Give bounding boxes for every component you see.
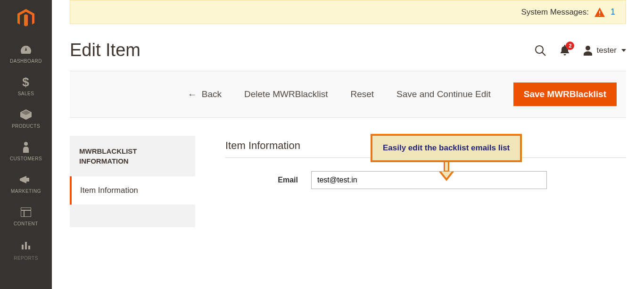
delete-button[interactable]: Delete MWRBlacklist bbox=[244, 89, 328, 99]
svg-text:$: $ bbox=[22, 76, 29, 88]
svg-rect-22 bbox=[445, 162, 448, 171]
nav-marketing[interactable]: MARKETING bbox=[0, 167, 52, 199]
nav-products[interactable]: PRODUCTS bbox=[0, 102, 52, 134]
back-label: Back bbox=[202, 89, 222, 99]
bars-icon bbox=[19, 239, 33, 251]
svg-point-5 bbox=[24, 142, 28, 146]
svg-point-19 bbox=[586, 46, 590, 50]
system-messages-bar: System Messages: 1 bbox=[70, 0, 626, 24]
side-tabs-panel: MWRBLACKLIST INFORMATION Item Informatio… bbox=[70, 136, 195, 227]
search-icon bbox=[534, 44, 546, 57]
svg-point-17 bbox=[536, 46, 543, 53]
svg-rect-12 bbox=[25, 242, 27, 249]
annotation-callout: Easily edit the backlist emails list bbox=[371, 134, 522, 182]
svg-marker-6 bbox=[20, 176, 26, 183]
callout-arrow-icon bbox=[371, 161, 522, 182]
callout-text: Easily edit the backlist emails list bbox=[371, 134, 522, 162]
magento-logo[interactable] bbox=[0, 0, 52, 37]
svg-rect-13 bbox=[28, 246, 30, 249]
side-tab-item-info[interactable]: Item Information bbox=[70, 176, 195, 205]
dashboard-icon bbox=[19, 43, 33, 56]
warning-icon bbox=[594, 8, 605, 17]
page-header: Edit Item 2 tester bbox=[52, 24, 644, 71]
nav-label: PRODUCTS bbox=[12, 124, 40, 129]
header-tools: 2 tester bbox=[534, 44, 626, 57]
nav-label: DASHBOARD bbox=[10, 58, 42, 64]
megaphone-icon bbox=[19, 173, 33, 186]
side-tab-spacer bbox=[70, 205, 195, 227]
nav-label: SALES bbox=[18, 91, 34, 96]
back-button[interactable]: ← Back bbox=[188, 89, 222, 100]
action-bar: ← Back Delete MWRBlacklist Reset Save an… bbox=[70, 71, 626, 118]
notifications-button[interactable]: 2 bbox=[560, 45, 570, 56]
save-button[interactable]: Save MWRBlacklist bbox=[513, 83, 617, 106]
user-menu[interactable]: tester bbox=[583, 45, 626, 56]
nav-reports[interactable]: REPORTS bbox=[0, 232, 52, 261]
svg-rect-15 bbox=[599, 11, 600, 14]
nav-sales[interactable]: $ SALES bbox=[0, 69, 52, 102]
svg-line-18 bbox=[542, 52, 545, 56]
nav-label: CONTENT bbox=[14, 221, 38, 226]
chevron-down-icon bbox=[621, 49, 626, 52]
nav-customers[interactable]: CUSTOMERS bbox=[0, 134, 52, 167]
dollar-icon: $ bbox=[19, 76, 33, 88]
svg-rect-11 bbox=[22, 245, 24, 249]
notification-badge: 2 bbox=[566, 41, 574, 50]
svg-marker-1 bbox=[24, 14, 28, 26]
svg-rect-16 bbox=[599, 15, 600, 16]
person-icon bbox=[19, 141, 33, 153]
save-continue-button[interactable]: Save and Continue Edit bbox=[396, 89, 491, 99]
layout-icon bbox=[19, 206, 33, 218]
content-row: MWRBLACKLIST INFORMATION Item Informatio… bbox=[52, 118, 644, 227]
arrow-left-icon: ← bbox=[188, 89, 197, 100]
reset-button[interactable]: Reset bbox=[350, 89, 374, 99]
search-button[interactable] bbox=[534, 44, 546, 57]
main-area: System Messages: 1 Edit Item 2 tester bbox=[52, 0, 644, 289]
page-title: Edit Item bbox=[70, 40, 140, 60]
svg-rect-8 bbox=[21, 207, 31, 217]
system-messages-count[interactable]: 1 bbox=[611, 7, 615, 17]
nav-label: MARKETING bbox=[11, 189, 41, 194]
side-tabs-heading: MWRBLACKLIST INFORMATION bbox=[70, 136, 195, 176]
user-icon bbox=[583, 45, 593, 56]
nav-content[interactable]: CONTENT bbox=[0, 199, 52, 232]
nav-label: REPORTS bbox=[14, 256, 38, 261]
svg-rect-7 bbox=[26, 178, 29, 182]
nav-label: CUSTOMERS bbox=[10, 156, 42, 161]
cube-icon bbox=[19, 108, 33, 121]
email-label: Email bbox=[225, 176, 298, 184]
admin-sidebar: DASHBOARD $ SALES PRODUCTS CUSTOMERS MAR… bbox=[0, 0, 52, 289]
user-name: tester bbox=[596, 46, 617, 55]
system-messages-label: System Messages: bbox=[521, 8, 589, 17]
nav-dashboard[interactable]: DASHBOARD bbox=[0, 37, 52, 69]
